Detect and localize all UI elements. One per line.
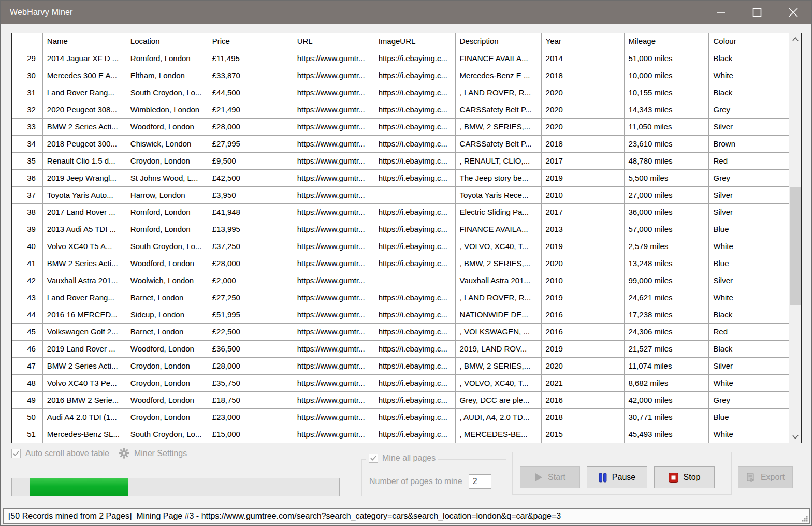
column-header-description[interactable]: Description	[455, 33, 541, 50]
cell-price[interactable]: £28,000	[208, 357, 293, 374]
cell-mileage[interactable]: 57,000 miles	[624, 221, 709, 238]
cell-image-url[interactable]	[374, 272, 455, 289]
cell-mileage[interactable]: 45,493 miles	[624, 426, 709, 443]
cell-location[interactable]: Romford, London	[126, 50, 208, 67]
cell-row-number[interactable]: 46	[12, 340, 42, 357]
cell-location[interactable]: Croydon, London	[126, 374, 208, 391]
cell-name[interactable]: 2014 Jaguar XF D ...	[42, 50, 126, 67]
cell-mileage[interactable]: 21,527 miles	[624, 340, 709, 357]
cell-name[interactable]: Vauxhall Astra 201...	[42, 272, 126, 289]
cell-price[interactable]: £18,750	[208, 391, 293, 408]
cell-year[interactable]: 2019	[541, 289, 624, 306]
cell-year[interactable]: 2017	[541, 203, 624, 221]
cell-name[interactable]: 2019 Jeep Wrangl...	[42, 169, 126, 186]
cell-colour[interactable]: White	[709, 426, 789, 443]
cell-name[interactable]: 2016 16 MERCED...	[42, 306, 126, 323]
cell-image-url[interactable]: https://i.ebayimg.c...	[374, 357, 455, 374]
cell-year[interactable]: 2015	[541, 426, 624, 443]
cell-name[interactable]: Renault Clio 1.5 d...	[42, 152, 126, 169]
cell-url[interactable]: https://www.gumtr...	[293, 84, 374, 101]
cell-year[interactable]: 2013	[541, 221, 624, 238]
cell-price[interactable]: £33,870	[208, 67, 293, 84]
cell-mileage[interactable]: 24,621 miles	[624, 289, 709, 306]
cell-image-url[interactable]: https://i.ebayimg.c...	[374, 340, 455, 357]
cell-description[interactable]: , AUDI, A4, 2.0 TD...	[455, 408, 541, 426]
cell-image-url[interactable]: https://i.ebayimg.c...	[374, 169, 455, 186]
cell-image-url[interactable]: https://i.ebayimg.c...	[374, 118, 455, 135]
cell-image-url[interactable]: https://i.ebayimg.c...	[374, 101, 455, 118]
cell-mileage[interactable]: 13,248 miles	[624, 255, 709, 272]
cell-year[interactable]: 2021	[541, 374, 624, 391]
cell-image-url[interactable]: https://i.ebayimg.c...	[374, 306, 455, 323]
cell-colour[interactable]: Red	[709, 152, 789, 169]
cell-colour[interactable]: Brown	[709, 135, 789, 152]
cell-colour[interactable]: White	[709, 67, 789, 84]
cell-colour[interactable]: Grey	[709, 391, 789, 408]
cell-url[interactable]: https://www.gumtr...	[293, 221, 374, 238]
cell-mileage[interactable]: 11,050 miles	[624, 118, 709, 135]
cell-mileage[interactable]: 48,780 miles	[624, 152, 709, 169]
cell-description[interactable]: , LAND ROVER, R...	[455, 289, 541, 306]
cell-colour[interactable]: Grey	[709, 101, 789, 118]
cell-description[interactable]: Grey, DCC are ple...	[455, 391, 541, 408]
cell-description[interactable]: , MERCEDES-BE...	[455, 426, 541, 443]
cell-location[interactable]: Sidcup, London	[126, 306, 208, 323]
column-header-image-url[interactable]: ImageURL	[374, 33, 455, 50]
cell-row-number[interactable]: 43	[12, 289, 42, 306]
cell-image-url[interactable]: https://i.ebayimg.c...	[374, 374, 455, 391]
cell-mileage[interactable]: 27,000 miles	[624, 186, 709, 203]
cell-price[interactable]: £28,000	[208, 118, 293, 135]
cell-description[interactable]: , VOLKSWAGEN, ...	[455, 323, 541, 340]
cell-price[interactable]: £13,995	[208, 221, 293, 238]
cell-year[interactable]: 2016	[541, 323, 624, 340]
cell-mileage[interactable]: 17,238 miles	[624, 306, 709, 323]
cell-description[interactable]: FINANCE AVAILA...	[455, 50, 541, 67]
cell-row-number[interactable]: 33	[12, 118, 42, 135]
cell-colour[interactable]: Black	[709, 84, 789, 101]
cell-location[interactable]: Barnet, London	[126, 323, 208, 340]
cell-colour[interactable]: Silver	[709, 357, 789, 374]
cell-location[interactable]: Romford, London	[126, 221, 208, 238]
export-button[interactable]: Export	[738, 466, 793, 488]
cell-image-url[interactable]: https://i.ebayimg.c...	[374, 289, 455, 306]
cell-name[interactable]: BMW 2 Series Acti...	[42, 118, 126, 135]
maximize-button[interactable]	[739, 1, 775, 24]
cell-row-number[interactable]: 39	[12, 221, 42, 238]
cell-location[interactable]: Croydon, London	[126, 152, 208, 169]
cell-mileage[interactable]: 36,000 miles	[624, 203, 709, 221]
cell-url[interactable]: https://www.gumtr...	[293, 340, 374, 357]
cell-location[interactable]: South Croydon, Lo...	[126, 426, 208, 443]
pause-button[interactable]: Pause	[587, 466, 647, 488]
cell-colour[interactable]: White	[709, 374, 789, 391]
cell-image-url[interactable]: https://i.ebayimg.c...	[374, 426, 455, 443]
cell-row-number[interactable]: 44	[12, 306, 42, 323]
cell-image-url[interactable]: https://i.ebayimg.c...	[374, 221, 455, 238]
cell-row-number[interactable]: 48	[12, 374, 42, 391]
cell-description[interactable]: The Jeep story be...	[455, 169, 541, 186]
cell-year[interactable]: 2018	[541, 67, 624, 84]
cell-price[interactable]: £37,250	[208, 238, 293, 255]
cell-image-url[interactable]: https://i.ebayimg.c...	[374, 238, 455, 255]
cell-location[interactable]: Barnet, London	[126, 289, 208, 306]
column-header-name[interactable]: Name	[42, 33, 126, 50]
cell-name[interactable]: Volvo XC40 T3 Pe...	[42, 374, 126, 391]
cell-name[interactable]: Volkswagen Golf 2...	[42, 323, 126, 340]
cell-location[interactable]: Woodford, London	[126, 118, 208, 135]
cell-mileage[interactable]: 10,155 miles	[624, 84, 709, 101]
cell-image-url[interactable]: https://i.ebayimg.c...	[374, 50, 455, 67]
cell-url[interactable]: https://www.gumtr...	[293, 203, 374, 221]
cell-row-number[interactable]: 41	[12, 255, 42, 272]
cell-row-number[interactable]: 36	[12, 169, 42, 186]
cell-row-number[interactable]: 30	[12, 67, 42, 84]
cell-url[interactable]: https://www.gumtr...	[293, 135, 374, 152]
cell-price[interactable]: £41,948	[208, 203, 293, 221]
cell-description[interactable]: CARSSafety Belt P...	[455, 101, 541, 118]
cell-year[interactable]: 2019	[541, 238, 624, 255]
cell-year[interactable]: 2018	[541, 408, 624, 426]
cell-price[interactable]: £51,995	[208, 306, 293, 323]
scrollbar-thumb[interactable]	[790, 187, 801, 305]
column-header-row-number[interactable]	[12, 33, 42, 50]
cell-year[interactable]: 2010	[541, 272, 624, 289]
cell-url[interactable]: https://www.gumtr...	[293, 391, 374, 408]
cell-url[interactable]: https://www.gumtr...	[293, 374, 374, 391]
